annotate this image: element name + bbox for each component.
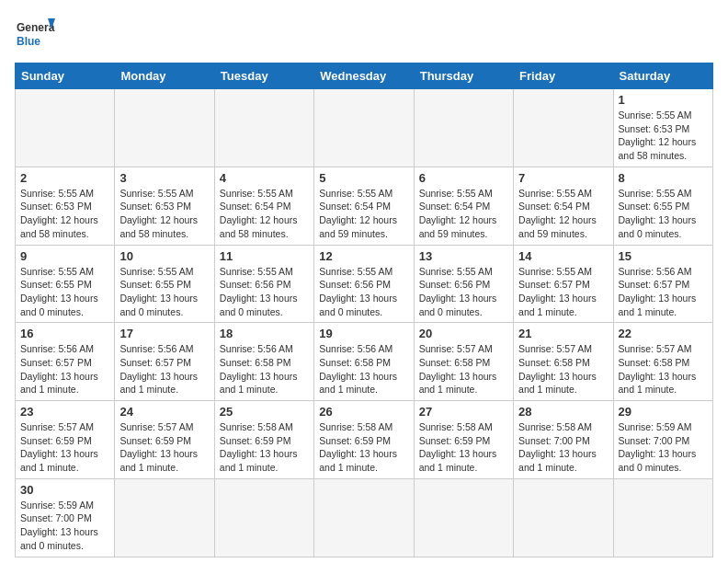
calendar-header-row: SundayMondayTuesdayWednesdayThursdayFrid… (16, 63, 713, 89)
calendar-cell (115, 89, 214, 167)
day-info: Sunrise: 5:56 AMSunset: 6:57 PMDaylight:… (119, 342, 209, 396)
day-number: 3 (119, 171, 209, 185)
calendar-cell: 27Sunrise: 5:58 AMSunset: 6:59 PMDayligh… (414, 401, 513, 479)
calendar-cell: 25Sunrise: 5:58 AMSunset: 6:59 PMDayligh… (214, 401, 313, 479)
calendar-cell: 26Sunrise: 5:58 AMSunset: 6:59 PMDayligh… (314, 401, 414, 479)
day-number: 7 (518, 171, 608, 185)
day-number: 26 (319, 405, 408, 419)
calendar-cell: 13Sunrise: 5:55 AMSunset: 6:56 PMDayligh… (414, 245, 513, 323)
column-header-saturday: Saturday (613, 63, 712, 89)
calendar-cell: 2Sunrise: 5:55 AMSunset: 6:53 PMDaylight… (16, 167, 115, 245)
day-info: Sunrise: 5:55 AMSunset: 6:53 PMDaylight:… (619, 109, 708, 163)
day-info: Sunrise: 5:57 AMSunset: 6:59 PMDaylight:… (119, 420, 209, 475)
day-info: Sunrise: 5:55 AMSunset: 6:54 PMDaylight:… (319, 187, 408, 241)
day-info: Sunrise: 5:55 AMSunset: 6:53 PMDaylight:… (119, 187, 209, 241)
calendar-cell (613, 478, 712, 557)
calendar-week-row: 1Sunrise: 5:55 AMSunset: 6:53 PMDaylight… (16, 89, 713, 167)
day-info: Sunrise: 5:59 AMSunset: 7:00 PMDaylight:… (619, 420, 708, 475)
day-number: 5 (319, 171, 408, 185)
calendar-cell (214, 89, 313, 167)
day-info: Sunrise: 5:55 AMSunset: 6:57 PMDaylight:… (518, 265, 608, 319)
calendar-cell (214, 478, 313, 557)
calendar-cell: 3Sunrise: 5:55 AMSunset: 6:53 PMDaylight… (115, 167, 214, 245)
day-number: 15 (619, 249, 708, 263)
column-header-tuesday: Tuesday (214, 63, 313, 89)
calendar-cell: 19Sunrise: 5:56 AMSunset: 6:58 PMDayligh… (314, 323, 414, 401)
day-number: 2 (20, 171, 109, 185)
day-number: 13 (419, 249, 508, 263)
calendar-cell: 12Sunrise: 5:55 AMSunset: 6:56 PMDayligh… (314, 245, 414, 323)
day-number: 14 (518, 249, 608, 263)
day-info: Sunrise: 5:55 AMSunset: 6:55 PMDaylight:… (119, 265, 209, 319)
calendar-cell: 10Sunrise: 5:55 AMSunset: 6:55 PMDayligh… (115, 245, 214, 323)
day-info: Sunrise: 5:57 AMSunset: 6:58 PMDaylight:… (518, 342, 608, 396)
day-number: 11 (220, 249, 309, 263)
calendar-table: SundayMondayTuesdayWednesdayThursdayFrid… (15, 63, 713, 557)
day-number: 16 (20, 327, 109, 340)
calendar-cell: 22Sunrise: 5:57 AMSunset: 6:58 PMDayligh… (613, 323, 712, 401)
day-number: 18 (220, 327, 309, 340)
day-number: 25 (220, 405, 309, 419)
day-info: Sunrise: 5:56 AMSunset: 6:57 PMDaylight:… (20, 342, 109, 396)
day-info: Sunrise: 5:55 AMSunset: 6:54 PMDaylight:… (419, 187, 508, 241)
calendar-cell (514, 478, 613, 557)
column-header-sunday: Sunday (16, 63, 115, 89)
day-number: 23 (20, 405, 109, 419)
day-info: Sunrise: 5:58 AMSunset: 6:59 PMDaylight:… (419, 420, 508, 475)
day-number: 27 (419, 405, 508, 419)
day-info: Sunrise: 5:57 AMSunset: 6:58 PMDaylight:… (419, 342, 508, 396)
calendar-cell: 9Sunrise: 5:55 AMSunset: 6:55 PMDaylight… (16, 245, 115, 323)
day-number: 4 (220, 171, 309, 185)
day-number: 17 (119, 327, 209, 340)
calendar-cell: 11Sunrise: 5:55 AMSunset: 6:56 PMDayligh… (214, 245, 313, 323)
day-info: Sunrise: 5:55 AMSunset: 6:56 PMDaylight:… (319, 265, 408, 319)
logo: General Blue (15, 15, 55, 55)
calendar-week-row: 23Sunrise: 5:57 AMSunset: 6:59 PMDayligh… (16, 401, 713, 479)
day-info: Sunrise: 5:58 AMSunset: 7:00 PMDaylight:… (518, 420, 608, 475)
calendar-cell: 5Sunrise: 5:55 AMSunset: 6:54 PMDaylight… (314, 167, 414, 245)
calendar-cell (314, 89, 414, 167)
calendar-cell (414, 89, 513, 167)
calendar-cell: 16Sunrise: 5:56 AMSunset: 6:57 PMDayligh… (16, 323, 115, 401)
calendar-cell (16, 89, 115, 167)
svg-text:Blue: Blue (17, 35, 40, 48)
day-number: 19 (319, 327, 408, 340)
day-info: Sunrise: 5:55 AMSunset: 6:53 PMDaylight:… (20, 187, 109, 241)
day-info: Sunrise: 5:56 AMSunset: 6:58 PMDaylight:… (220, 342, 309, 396)
calendar-cell: 30Sunrise: 5:59 AMSunset: 7:00 PMDayligh… (16, 478, 115, 557)
day-info: Sunrise: 5:57 AMSunset: 6:59 PMDaylight:… (20, 420, 109, 475)
calendar-cell: 6Sunrise: 5:55 AMSunset: 6:54 PMDaylight… (414, 167, 513, 245)
logo-svg: General Blue (15, 15, 55, 55)
day-number: 24 (119, 405, 209, 419)
calendar-cell: 18Sunrise: 5:56 AMSunset: 6:58 PMDayligh… (214, 323, 313, 401)
day-number: 22 (619, 327, 708, 340)
column-header-thursday: Thursday (414, 63, 513, 89)
calendar-cell: 8Sunrise: 5:55 AMSunset: 6:55 PMDaylight… (613, 167, 712, 245)
column-header-friday: Friday (514, 63, 613, 89)
day-number: 10 (119, 249, 209, 263)
day-number: 1 (619, 93, 708, 107)
calendar-cell: 15Sunrise: 5:56 AMSunset: 6:57 PMDayligh… (613, 245, 712, 323)
calendar-cell (414, 478, 513, 557)
calendar-cell: 14Sunrise: 5:55 AMSunset: 6:57 PMDayligh… (514, 245, 613, 323)
calendar-cell: 17Sunrise: 5:56 AMSunset: 6:57 PMDayligh… (115, 323, 214, 401)
day-info: Sunrise: 5:55 AMSunset: 6:55 PMDaylight:… (619, 187, 708, 241)
calendar-cell (314, 478, 414, 557)
calendar-cell: 29Sunrise: 5:59 AMSunset: 7:00 PMDayligh… (613, 401, 712, 479)
calendar-week-row: 2Sunrise: 5:55 AMSunset: 6:53 PMDaylight… (16, 167, 713, 245)
day-info: Sunrise: 5:55 AMSunset: 6:54 PMDaylight:… (220, 187, 309, 241)
day-info: Sunrise: 5:55 AMSunset: 6:56 PMDaylight:… (419, 265, 508, 319)
calendar-cell: 1Sunrise: 5:55 AMSunset: 6:53 PMDaylight… (613, 89, 712, 167)
column-header-monday: Monday (115, 63, 214, 89)
calendar-cell: 4Sunrise: 5:55 AMSunset: 6:54 PMDaylight… (214, 167, 313, 245)
calendar-cell: 20Sunrise: 5:57 AMSunset: 6:58 PMDayligh… (414, 323, 513, 401)
day-info: Sunrise: 5:55 AMSunset: 6:56 PMDaylight:… (220, 265, 309, 319)
day-number: 8 (619, 171, 708, 185)
day-info: Sunrise: 5:58 AMSunset: 6:59 PMDaylight:… (220, 420, 309, 475)
page-header: General Blue (15, 15, 713, 55)
calendar-week-row: 30Sunrise: 5:59 AMSunset: 7:00 PMDayligh… (16, 478, 713, 557)
day-info: Sunrise: 5:55 AMSunset: 6:54 PMDaylight:… (518, 187, 608, 241)
day-info: Sunrise: 5:56 AMSunset: 6:57 PMDaylight:… (619, 265, 708, 319)
column-header-wednesday: Wednesday (314, 63, 414, 89)
day-number: 6 (419, 171, 508, 185)
